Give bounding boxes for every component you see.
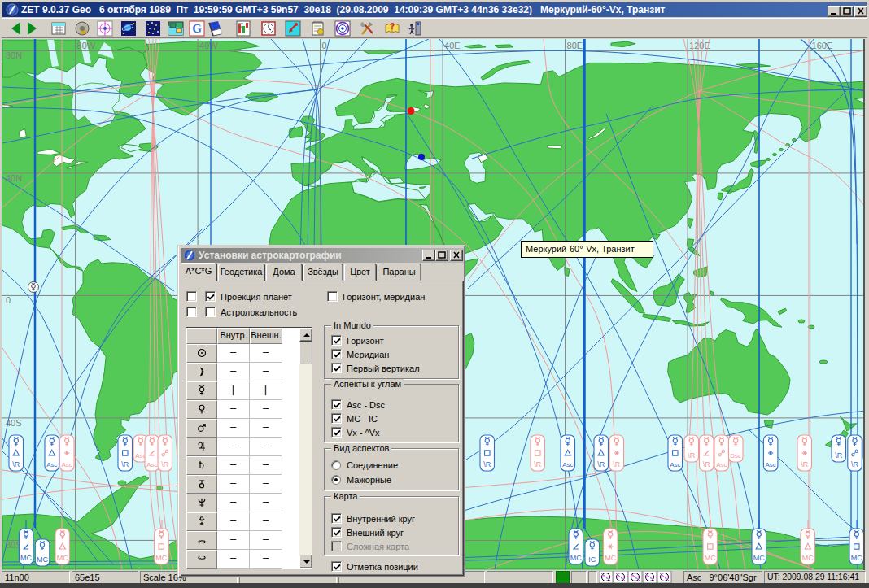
svg-text:MC: MC <box>605 554 616 562</box>
svg-text:\R: \R <box>801 460 809 468</box>
svg-text:\R: \R <box>597 460 605 468</box>
svg-text:40N: 40N <box>6 173 22 183</box>
svg-text:40W: 40W <box>199 41 218 50</box>
svg-text:MC: MC <box>155 554 167 562</box>
svg-text:G: G <box>192 22 202 35</box>
svg-text:Asc: Asc <box>716 461 727 468</box>
svg-text:Asc: Asc <box>562 461 573 468</box>
svg-text:MC: MC <box>851 554 862 562</box>
svg-text:\R: \R <box>613 460 621 468</box>
svg-text:IC: IC <box>588 555 596 564</box>
svg-text:\R: \R <box>835 451 843 460</box>
svg-text:\R: \R <box>534 460 542 468</box>
svg-text:80E: 80E <box>567 41 583 50</box>
svg-text:0: 0 <box>322 41 327 50</box>
svg-text:Asc: Asc <box>765 461 775 468</box>
svg-text:Asc: Asc <box>146 461 157 468</box>
svg-text:Dsc: Dsc <box>730 452 741 460</box>
svg-text:Asc: Asc <box>62 461 72 468</box>
svg-text:\R: \R <box>12 460 20 468</box>
svg-text:\R: \R <box>483 460 491 468</box>
svg-text:MC: MC <box>37 555 48 564</box>
svg-text:MC: MC <box>570 554 582 562</box>
svg-text:80N: 80N <box>6 50 22 60</box>
svg-text:Asc: Asc <box>46 461 57 468</box>
svg-text:\R: \R <box>703 460 711 468</box>
svg-text:MC: MC <box>57 554 68 562</box>
svg-text:\R: \R <box>688 451 696 460</box>
svg-text:MC: MC <box>802 554 814 562</box>
svg-text:MC: MC <box>20 554 32 562</box>
svg-text:\R: \R <box>121 460 129 468</box>
svg-text:?: ? <box>390 22 395 31</box>
svg-text:\R: \R <box>161 460 169 468</box>
svg-text:MC: MC <box>753 554 765 562</box>
svg-text:MC: MC <box>705 554 716 562</box>
svg-text:40E: 40E <box>444 41 461 50</box>
svg-text:80W: 80W <box>77 41 96 50</box>
svg-text:0: 0 <box>6 295 11 305</box>
svg-text:\R: \R <box>851 460 859 468</box>
svg-text:Asc: Asc <box>670 461 680 468</box>
